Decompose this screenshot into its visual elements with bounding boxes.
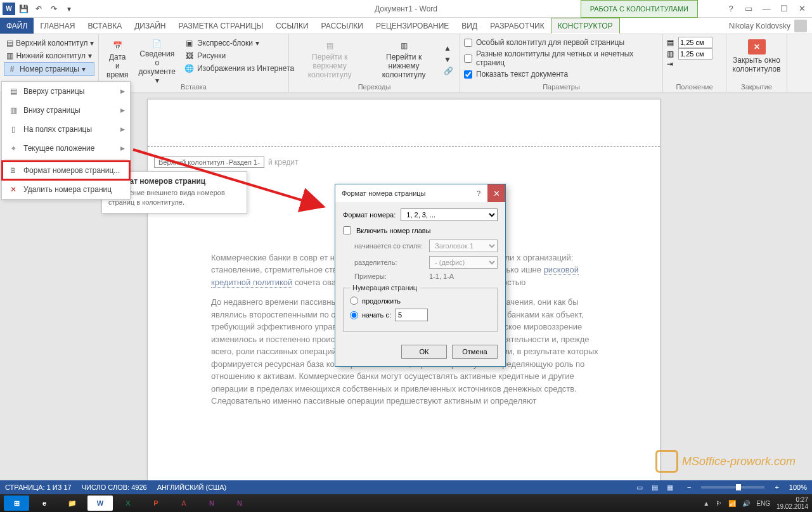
start-at-input[interactable] — [395, 309, 428, 321]
group-close: ✕ Закрыть окно колонтитулов Закрытие — [726, 34, 787, 92]
menu-remove-page-numbers[interactable]: ✕Удалить номера страниц — [2, 180, 130, 199]
dialog-close-icon[interactable]: ✕ — [487, 184, 505, 202]
taskbar-explorer[interactable]: 📁 — [60, 496, 85, 511]
menu-bottom-of-page[interactable]: ▥Внизу страницы▶ — [2, 101, 130, 120]
status-words[interactable]: ЧИСЛО СЛОВ: 4926 — [82, 483, 147, 491]
tab-designer[interactable]: КОНСТРУКТОР — [551, 18, 620, 34]
group-label-navigation: Переходы — [289, 83, 460, 91]
maximize-icon[interactable]: ☐ — [777, 3, 792, 15]
taskbar-excel[interactable]: X — [115, 496, 141, 511]
view-mode-buttons: ▭ ▤ ▦ — [633, 482, 677, 493]
header-boundary — [148, 146, 660, 147]
tab-home[interactable]: ГЛАВНАЯ — [34, 18, 81, 34]
tab-insert[interactable]: ВСТАВКА — [81, 18, 128, 34]
pictures-button[interactable]: 🖼Рисунки — [182, 49, 297, 62]
menu-top-of-page[interactable]: ▤Вверху страницы▶ — [2, 82, 130, 101]
undo-icon[interactable]: ↶ — [32, 2, 46, 16]
tab-file[interactable]: ФАЙЛ — [0, 18, 34, 34]
user-account[interactable]: Nikolay Koldovsky — [724, 18, 812, 34]
zoom-level[interactable]: 100% — [789, 483, 807, 491]
date-time-button[interactable]: 📅Дата и время — [103, 37, 132, 82]
taskbar: ⊞ e 📁 W X P A N N ▲ 🏳 📶 🔊 ENG 0:27 19.02… — [0, 494, 812, 512]
avatar-icon — [794, 20, 807, 32]
zoom-in-icon[interactable]: + — [775, 483, 778, 491]
tab-references[interactable]: ССЫЛКИ — [269, 18, 314, 34]
goto-header-button[interactable]: ▤Перейти к верхнему колонтитулу — [293, 37, 366, 82]
first-page-checkbox[interactable]: Особый колонтитул для первой страницы — [464, 37, 659, 48]
style-select: Заголовок 1 — [429, 240, 498, 252]
start-button[interactable]: ⊞ — [4, 496, 29, 511]
number-format-select[interactable]: 1, 2, 3, ... — [401, 208, 498, 221]
taskbar-word[interactable]: W — [87, 496, 113, 511]
tab-layout[interactable]: РАЗМЕТКА СТРАНИЦЫ — [172, 18, 270, 34]
start-at-radio[interactable] — [350, 311, 358, 319]
quick-parts-button[interactable]: ▣Экспресс-блоки ▾ — [182, 37, 297, 49]
align-tab-button[interactable]: ⇥ — [667, 60, 722, 68]
qat-more-icon[interactable]: ▾ — [62, 2, 76, 16]
watermark-icon — [655, 450, 678, 473]
print-layout-icon[interactable]: ▤ — [648, 482, 662, 493]
tab-mailings[interactable]: РАССЫЛКИ — [315, 18, 370, 34]
status-language[interactable]: АНГЛИЙСКИЙ (США) — [157, 483, 227, 491]
tray-volume-icon[interactable]: 🔊 — [742, 500, 750, 507]
taskbar-ie[interactable]: e — [32, 496, 57, 511]
minimize-icon[interactable]: — — [759, 3, 774, 15]
dialog-body: Формат номера: 1, 2, 3, ... Включить ном… — [335, 202, 505, 338]
include-chapter-checkbox[interactable] — [343, 226, 351, 234]
dialog-titlebar[interactable]: Формат номера страницы ? ✕ — [335, 184, 505, 202]
web-layout-icon[interactable]: ▦ — [663, 482, 677, 493]
examples-value: 1-1, 1-A — [429, 272, 454, 280]
start-at-label: начать с: — [362, 311, 391, 319]
taskbar-onenote[interactable]: N — [199, 496, 224, 511]
close-window-icon[interactable]: ✕ — [794, 3, 809, 15]
tray-up-icon[interactable]: ▲ — [703, 500, 709, 507]
footer-button[interactable]: ▥Нижний колонтитул ▾ — [4, 49, 94, 62]
numbering-fieldset: Нумерация страниц продолжить начать с: — [343, 284, 498, 332]
redo-icon[interactable]: ↷ — [47, 2, 61, 16]
close-header-footer-button[interactable]: ✕ Закрыть окно колонтитулов — [729, 37, 785, 76]
ok-button[interactable]: ОК — [401, 345, 447, 359]
nav-next-icon[interactable]: ▼ — [441, 54, 456, 65]
tray-clock[interactable]: 0:27 19.02.2014 — [777, 496, 808, 510]
header-button[interactable]: ▤Верхний колонтитул ▾ — [4, 37, 94, 49]
page-number-button[interactable]: #Номер страницы ▾ — [4, 62, 94, 76]
online-pictures-button[interactable]: 🌐Изображения из Интернета — [182, 62, 297, 75]
taskbar-powerpoint[interactable]: P — [143, 496, 169, 511]
continue-radio[interactable] — [350, 297, 358, 305]
nav-link-icon[interactable]: 🔗 — [441, 65, 456, 77]
show-doc-checkbox[interactable]: Показать текст документа — [464, 68, 659, 80]
status-page[interactable]: СТРАНИЦА: 1 ИЗ 17 — [5, 483, 72, 491]
quick-access-toolbar: W 💾 ↶ ↷ ▾ — [0, 2, 76, 16]
taskbar-onenote2[interactable]: N — [227, 496, 252, 511]
header-position-input[interactable]: ▤ — [667, 37, 722, 48]
tab-design[interactable]: ДИЗАЙН — [128, 18, 172, 34]
menu-current-position[interactable]: ⌖Текущее положение▶ — [2, 139, 130, 158]
doc-info-button[interactable]: 📄Сведения о документе ▾ — [134, 37, 179, 82]
tab-view[interactable]: ВИД — [455, 18, 484, 34]
dialog-help-icon[interactable]: ? — [470, 184, 487, 202]
header-text: й кредит — [268, 158, 299, 167]
menu-format-page-numbers[interactable]: 🗎Формат номеров страниц... — [2, 161, 130, 180]
tab-review[interactable]: РЕЦЕНЗИРОВАНИЕ — [370, 18, 455, 34]
zoom-out-icon[interactable]: − — [687, 483, 691, 491]
tray-network-icon[interactable]: 📶 — [728, 500, 736, 507]
remove-icon: ✕ — [8, 184, 18, 195]
odd-even-checkbox[interactable]: Разные колонтитулы для четных и нечетных… — [464, 48, 659, 68]
zoom-slider[interactable] — [701, 486, 764, 489]
taskbar-access[interactable]: A — [171, 496, 197, 511]
footer-position-input[interactable]: ▥ — [667, 48, 722, 60]
save-icon[interactable]: 💾 — [16, 2, 30, 16]
ribbon-collapse-icon[interactable]: ▭ — [741, 3, 756, 15]
window-title: Документ1 - Word — [375, 4, 437, 13]
tab-developer[interactable]: РАЗРАБОТЧИК — [484, 18, 551, 34]
separator-select: - (дефис) — [429, 256, 498, 269]
read-mode-icon[interactable]: ▭ — [633, 482, 647, 493]
cancel-button[interactable]: Отмена — [452, 345, 498, 359]
tray-action-icon[interactable]: 🏳 — [716, 500, 722, 507]
zoom-thumb[interactable] — [736, 484, 741, 490]
tray-language[interactable]: ENG — [756, 500, 770, 507]
menu-page-margins[interactable]: ▯На полях страницы▶ — [2, 120, 130, 139]
goto-footer-button[interactable]: ▥Перейти к нижнему колонтитулу — [368, 37, 440, 82]
nav-prev-icon[interactable]: ▲ — [441, 42, 456, 54]
ribbon-help-icon[interactable]: ? — [723, 3, 738, 15]
